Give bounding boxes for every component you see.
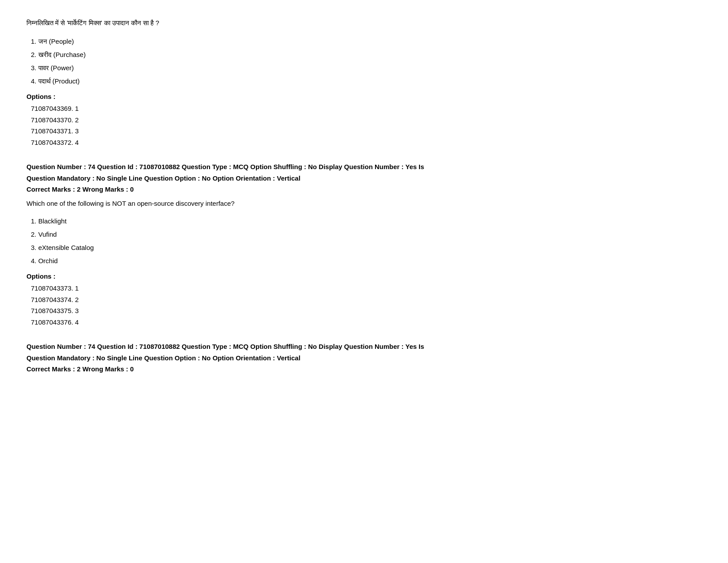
q74-first-answer-options: 1. Blacklight 2. Vufind 3. eXtensible Ca… xyxy=(26,216,702,266)
q73-option-ids: 71087043369. 1 71087043370. 2 7108704337… xyxy=(26,103,702,148)
list-item: 4. Orchid xyxy=(31,256,702,266)
q73-answer-options: 1. जन (People) 2. खरीद (Purchase) 3. पाव… xyxy=(26,36,702,87)
q74-second-meta-line2: Question Mandatory : No Single Line Ques… xyxy=(26,354,300,362)
q73-section: निम्नलिखित में से 'मार्केटिंग मिक्स' का … xyxy=(26,18,702,148)
q74-first-meta-line2: Question Mandatory : No Single Line Ques… xyxy=(26,174,300,182)
list-item: 71087043372. 4 xyxy=(31,137,702,148)
q74-second-section: Question Number : 74 Question Id : 71087… xyxy=(26,341,702,373)
list-item: 71087043375. 3 xyxy=(31,305,702,317)
q74-first-question-text: Which one of the following is NOT an ope… xyxy=(26,198,702,209)
q74-first-correct-marks: Correct Marks : 2 Wrong Marks : 0 xyxy=(26,185,702,193)
q74-second-correct-marks: Correct Marks : 2 Wrong Marks : 0 xyxy=(26,365,702,373)
q74-second-meta: Question Number : 74 Question Id : 71087… xyxy=(26,341,702,363)
list-item: 71087043369. 1 xyxy=(31,103,702,114)
list-item: 3. eXtensible Catalog xyxy=(31,242,702,253)
q74-first-meta: Question Number : 74 Question Id : 71087… xyxy=(26,161,702,184)
list-item: 4. पदार्थ (Product) xyxy=(31,76,702,87)
q74-first-options-label: Options : xyxy=(26,272,702,280)
list-item: 71087043370. 2 xyxy=(31,114,702,126)
list-item: 71087043376. 4 xyxy=(31,317,702,328)
q74-first-meta-line1: Question Number : 74 Question Id : 71087… xyxy=(26,163,424,170)
list-item: 1. जन (People) xyxy=(31,36,702,47)
list-item: 71087043373. 1 xyxy=(31,283,702,294)
q73-options-label: Options : xyxy=(26,93,702,100)
q74-first-option-ids: 71087043373. 1 71087043374. 2 7108704337… xyxy=(26,283,702,328)
list-item: 2. खरीद (Purchase) xyxy=(31,49,702,60)
q74-first-section: Question Number : 74 Question Id : 71087… xyxy=(26,161,702,328)
list-item: 71087043371. 3 xyxy=(31,125,702,137)
list-item: 2. Vufind xyxy=(31,229,702,240)
list-item: 71087043374. 2 xyxy=(31,294,702,306)
q73-hindi-question: निम्नलिखित में से 'मार्केटिंग मिक्स' का … xyxy=(26,18,702,28)
list-item: 3. पावर (Power) xyxy=(31,63,702,73)
q74-second-meta-line1: Question Number : 74 Question Id : 71087… xyxy=(26,343,424,350)
list-item: 1. Blacklight xyxy=(31,216,702,227)
